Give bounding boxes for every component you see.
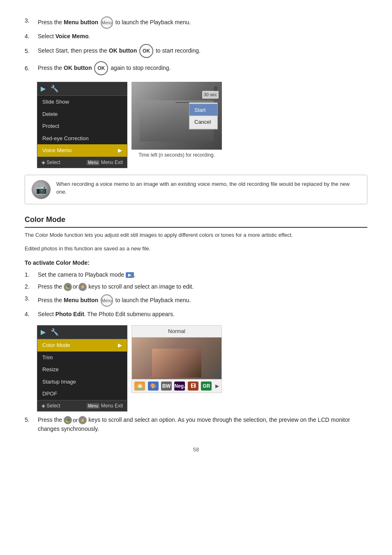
cam-menu-header: ▶ 🔧 <box>37 82 127 96</box>
color-step-2: 2. Press the 🐢 or ⚡ keys to scroll and s… <box>25 282 367 291</box>
color-icon-custom[interactable]: 🎞 <box>188 382 198 391</box>
note-icon: 📷 <box>32 180 51 199</box>
menu-item-delete[interactable]: Delete <box>37 108 127 120</box>
photo-inner <box>152 349 201 377</box>
start-option[interactable]: Start <box>189 104 217 116</box>
scroll-key-right-5: ⚡ <box>78 416 87 424</box>
page-number: 58 <box>25 446 367 454</box>
color-step-3-content: Press the Menu button Menu to launch the… <box>38 294 367 307</box>
menu-button-label-3: Menu button <box>64 297 98 303</box>
scroll-keys-2: 🐢 or ⚡ <box>64 282 87 291</box>
settings-tab-icon-2: 🔧 <box>51 327 59 337</box>
ok-button-label-6: OK button <box>64 65 92 71</box>
step-4-content: Select Voice Memo. <box>38 32 367 41</box>
note-icon-inner: 📷 <box>32 180 51 199</box>
menu-item-startup[interactable]: Startup Image <box>37 376 127 388</box>
step-3: 3. Press the Menu button Menu to launch … <box>25 16 367 29</box>
menu-item-dpof[interactable]: DPOF <box>37 388 127 400</box>
start-cancel-popup: Start Cancel <box>189 102 218 129</box>
cam-preview-column: 🎙 30 sec Start Cancel Time left (n secon… <box>131 82 222 168</box>
color-preview-label: Normal <box>132 326 221 338</box>
cancel-option[interactable]: Cancel <box>189 116 217 128</box>
photo-overlay <box>152 349 201 377</box>
step-6: 6. Press the OK button OK again to stop … <box>25 61 367 75</box>
playback-tab-icon-2: ▶ <box>41 327 46 337</box>
step-6-content: Press the OK button OK again to stop rec… <box>38 61 367 75</box>
color-icon-warm[interactable]: 🌅 <box>134 382 145 391</box>
color-step-4-content: Select Photo Edit. The Photo Edit submen… <box>38 310 367 319</box>
color-step-num-3: 3. <box>25 294 35 303</box>
color-preview-image <box>132 338 221 379</box>
voice-memo-menu-label: Voice Memo <box>42 146 72 155</box>
footer-exit: Menu Menu Exit <box>87 159 123 166</box>
exit-label-2: Menu Exit <box>101 403 123 409</box>
color-icon-bw[interactable]: BW <box>161 382 172 391</box>
menu-icon-footer-2: Menu <box>87 403 99 409</box>
color-mode-menu-label: Color Mode <box>42 341 70 349</box>
screenshot-row-voice-memo: ▶ 🔧 Slide Show Delete Protect Red-eye Co… <box>37 82 367 168</box>
footer-select-2: ◈ Select <box>42 402 60 409</box>
activate-heading: To activate Color Mode: <box>25 259 367 267</box>
color-icons-bar: 🌅 🎨 BW Neg. 🎞 GR ▶ <box>132 379 221 393</box>
photo-edit-label: Photo Edit <box>55 311 84 317</box>
color-step-num-1: 1. <box>25 271 35 279</box>
menu-button-label: Menu button <box>64 19 98 25</box>
color-icon-neg[interactable]: Neg. <box>174 382 185 391</box>
footer-exit-2: Menu Menu Exit <box>87 402 123 409</box>
footer-select: ◈ Select <box>42 159 60 166</box>
color-icon-gr[interactable]: GR <box>201 382 212 391</box>
camera-menu-voice-memo: ▶ 🔧 Slide Show Delete Protect Red-eye Co… <box>37 82 127 168</box>
screenshot-row-color-mode: ▶ 🔧 Color Mode ▶ Trim Resize Startup Ima… <box>37 325 367 412</box>
color-icons-arrow: ▶ <box>215 382 219 390</box>
note-text: When recording a voice memo to an image … <box>56 180 360 196</box>
menu-item-resize[interactable]: Resize <box>37 363 127 376</box>
submenu-arrow-2: ▶ <box>118 341 122 349</box>
step-num-5: 5. <box>25 47 35 56</box>
voice-memo-label: Voice Memo <box>55 33 89 39</box>
color-step-1: 1. Set the camera to Playback mode ▶. <box>25 271 367 279</box>
color-step-3: 3. Press the Menu button Menu to launch … <box>25 294 367 307</box>
ok-button-icon-5: OK <box>139 44 153 58</box>
step-num-4: 4. <box>25 32 35 41</box>
menu-item-colormode[interactable]: Color Mode ▶ <box>37 339 127 352</box>
menu-button-icon-3: Menu <box>101 294 113 307</box>
menu-button-icon: Menu <box>101 16 113 29</box>
cam-menu-color-header: ▶ 🔧 <box>37 326 127 339</box>
color-mode-desc1: The Color Mode function lets you adjust … <box>25 231 367 239</box>
ok-button-label-5: OK button <box>109 47 137 54</box>
settings-tab-icon: 🔧 <box>51 84 59 94</box>
scroll-key-left: 🐢 <box>64 283 72 291</box>
color-step-num-2: 2. <box>25 282 35 291</box>
menu-item-protect[interactable]: Protect <box>37 120 127 132</box>
playback-tab-icon: ▶ <box>41 84 46 94</box>
step-4: 4. Select Voice Memo. <box>25 32 367 41</box>
color-mode-heading: Color Mode <box>25 214 367 228</box>
step-num-3: 3. <box>25 16 35 25</box>
timer-line <box>175 102 190 103</box>
menu-icon-footer: Menu <box>87 160 99 165</box>
color-step-num-4: 4. <box>25 310 35 319</box>
step-3-content: Press the Menu button Menu to launch the… <box>38 16 367 29</box>
cam-menu-color-footer: ◈ Select Menu Menu Exit <box>37 400 127 411</box>
color-step-2-content: Press the 🐢 or ⚡ keys to scroll and sele… <box>38 282 367 291</box>
playback-mode-icon: ▶ <box>126 272 134 278</box>
color-step-num-5: 5. <box>25 416 35 424</box>
submenu-arrow: ▶ <box>118 146 122 155</box>
color-icon-cool[interactable]: 🎨 <box>148 382 159 391</box>
exit-label: Menu Exit <box>101 160 123 165</box>
color-preview-panel: Normal 🌅 🎨 BW Neg. 🎞 GR ▶ <box>131 325 222 393</box>
color-mode-desc2: Edited photos in this function are saved… <box>25 245 367 253</box>
color-step-4: 4. Select Photo Edit. The Photo Edit sub… <box>25 310 367 319</box>
menu-item-redeye[interactable]: Red-eye Correction <box>37 132 127 145</box>
cam-menu-footer: ◈ Select Menu Menu Exit <box>37 157 127 168</box>
color-step-5-content: Press the 🐢 or ⚡ keys to scroll and sele… <box>38 416 367 433</box>
cam-preview-voice: 🎙 30 sec Start Cancel <box>131 82 222 150</box>
preview-caption: Time left (n seconds) for recording. <box>138 151 215 159</box>
menu-item-slideshow[interactable]: Slide Show <box>37 96 127 108</box>
menu-item-trim[interactable]: Trim <box>37 352 127 364</box>
ok-button-icon-6: OK <box>94 61 108 75</box>
scroll-keys-5: 🐢 or ⚡ <box>64 416 87 425</box>
timer-label: 30 sec <box>202 91 219 99</box>
menu-item-voicememo[interactable]: Voice Memo ▶ <box>37 144 127 157</box>
camera-menu-color: ▶ 🔧 Color Mode ▶ Trim Resize Startup Ima… <box>37 325 127 412</box>
